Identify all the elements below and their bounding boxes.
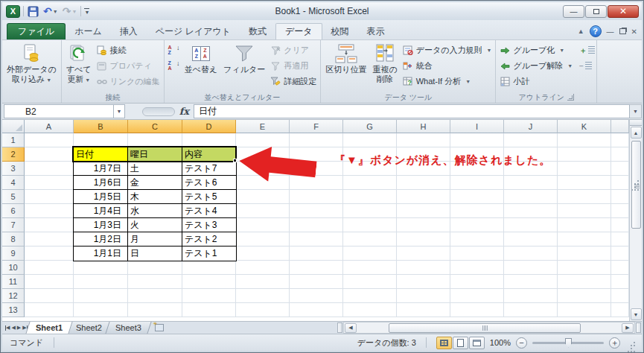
tab-home[interactable]: ホーム (66, 23, 111, 39)
name-box-dropdown[interactable]: ▼ (114, 104, 125, 118)
tab-page-layout[interactable]: ページ レイアウト (147, 23, 240, 39)
grid-cell-A9[interactable] (25, 247, 74, 261)
undo-button[interactable]: ↶▼ (42, 4, 59, 18)
grid-cell-F8[interactable] (290, 232, 343, 247)
grid-cell-C11[interactable] (128, 275, 182, 289)
grid-cell-E12[interactable] (236, 289, 290, 303)
column-header-H[interactable]: H (397, 120, 450, 133)
page-break-view-button[interactable] (469, 337, 485, 349)
redo-button[interactable]: ↷▼ (62, 4, 78, 18)
grid-cell-J1[interactable] (504, 133, 558, 147)
column-header-A[interactable]: A (25, 120, 74, 133)
grid-cell-F11[interactable] (290, 275, 343, 289)
reapply-button[interactable]: 再適用 (268, 58, 319, 74)
grid-cell-E10[interactable] (236, 261, 290, 275)
grid-cell-K5[interactable] (558, 190, 611, 204)
ungroup-button[interactable]: グループ解除 ▼ (497, 58, 575, 74)
grid-cell-G10[interactable] (343, 261, 397, 275)
grid-cell-C10[interactable] (128, 261, 182, 275)
row-header-2[interactable]: 2 (2, 147, 25, 162)
table-cell[interactable]: テスト4 (182, 204, 236, 218)
grid-cell-C12[interactable] (128, 289, 182, 303)
column-header-D[interactable]: D (182, 120, 236, 133)
grid-cell-A4[interactable] (25, 176, 74, 190)
grid-cell-K6[interactable] (558, 204, 611, 218)
remove-duplicates-button[interactable]: 重複の 削除 (369, 41, 400, 92)
grid-cell-K2[interactable] (558, 147, 611, 162)
column-header-C[interactable]: C (128, 120, 182, 133)
grid-cell-J13[interactable] (504, 303, 558, 317)
grid-cell-E4[interactable] (236, 176, 290, 190)
grid-cell-E7[interactable] (236, 218, 290, 232)
row-header-8[interactable]: 8 (2, 232, 25, 247)
table-cell[interactable]: 1月2日 (74, 232, 128, 247)
grid-cell-G4[interactable] (343, 176, 397, 190)
grid-cell-D1[interactable] (182, 133, 236, 147)
grid-cell-J6[interactable] (504, 204, 558, 218)
sort-ascending-button[interactable]: AZ↓ (166, 42, 182, 58)
sheet-tab-sheet3[interactable]: Sheet3 (105, 322, 151, 334)
grid-cell-D13[interactable] (182, 303, 236, 317)
column-header-K[interactable]: K (558, 120, 611, 133)
consolidate-button[interactable]: 統合 (401, 58, 494, 74)
table-cell[interactable]: 火 (128, 218, 182, 232)
grid-cell-F5[interactable] (290, 190, 343, 204)
row-header-6[interactable]: 6 (2, 204, 25, 218)
grid-cell-I1[interactable] (450, 133, 504, 147)
formula-input[interactable]: 日付 (194, 104, 630, 118)
row-header-11[interactable]: 11 (2, 275, 25, 289)
grid-cell-H10[interactable] (397, 261, 450, 275)
table-cell[interactable]: テスト2 (182, 232, 236, 247)
grid-cell-H8[interactable] (397, 232, 450, 247)
table-cell[interactable]: 1月4日 (74, 204, 128, 218)
grid-cell-F12[interactable] (290, 289, 343, 303)
grid-cell-A8[interactable] (25, 232, 74, 247)
table-cell[interactable]: テスト6 (182, 176, 236, 190)
grid-cell-H4[interactable] (397, 176, 450, 190)
grid-cell-E13[interactable] (236, 303, 290, 317)
grid-cell-G8[interactable] (343, 232, 397, 247)
grid-cell-K12[interactable] (558, 289, 611, 303)
first-sheet-button[interactable]: ◀ (5, 325, 10, 331)
grid-cell-E1[interactable] (236, 133, 290, 147)
what-if-analysis-button[interactable]: ? What-If 分析 ▼ (401, 74, 494, 89)
row-header-9[interactable]: 9 (2, 247, 25, 261)
grid-cell-F7[interactable] (290, 218, 343, 232)
select-all-corner[interactable] (2, 120, 25, 133)
grid-cell-B12[interactable] (74, 289, 128, 303)
grid-cell-F6[interactable] (290, 204, 343, 218)
grid-cell-I6[interactable] (450, 204, 504, 218)
grid-cell-G9[interactable] (343, 247, 397, 261)
column-header-E[interactable]: E (236, 120, 290, 133)
grid-cell-H5[interactable] (397, 190, 450, 204)
grid-cell-G13[interactable] (343, 303, 397, 317)
grid-cell-J9[interactable] (504, 247, 558, 261)
edit-links-button[interactable]: リンクの編集 (95, 74, 162, 89)
grid-cell-J7[interactable] (504, 218, 558, 232)
grid-cell-G5[interactable] (343, 190, 397, 204)
properties-button[interactable]: プロパティ (95, 58, 162, 74)
grid-cell-A6[interactable] (25, 204, 74, 218)
get-external-data-button[interactable]: 外部データの 取り込み▼ (4, 41, 60, 92)
grid-cell-A10[interactable] (25, 261, 74, 275)
sheet-tab-sheet1[interactable]: Sheet1 (25, 322, 72, 334)
column-header-I[interactable]: I (450, 120, 504, 133)
grid-cell-H13[interactable] (397, 303, 450, 317)
scroll-right-button[interactable]: ▶ (622, 323, 634, 333)
table-cell[interactable]: 1月1日 (74, 247, 128, 261)
connections-button[interactable]: 接続 (95, 42, 162, 58)
grid-cell-E5[interactable] (236, 190, 290, 204)
grid-cell-J12[interactable] (504, 289, 558, 303)
restore-button[interactable] (585, 5, 607, 18)
grid-cell-I13[interactable] (450, 303, 504, 317)
zoom-out-button[interactable]: − (516, 337, 527, 349)
prev-sheet-button[interactable]: ◀ (11, 325, 15, 331)
excel-logo-icon[interactable]: X (6, 5, 20, 18)
grid-cell-H11[interactable] (397, 275, 450, 289)
workbook-restore-button[interactable] (619, 28, 626, 34)
worksheet-grid[interactable]: ABCDEFGHIJK12345678910111213 『▼』ボタンが消え、解… (2, 120, 629, 321)
grid-cell-A13[interactable] (25, 303, 74, 317)
row-header-13[interactable]: 13 (2, 303, 25, 317)
table-cell[interactable]: 水 (128, 204, 182, 218)
grid-cell-K7[interactable] (558, 218, 611, 232)
